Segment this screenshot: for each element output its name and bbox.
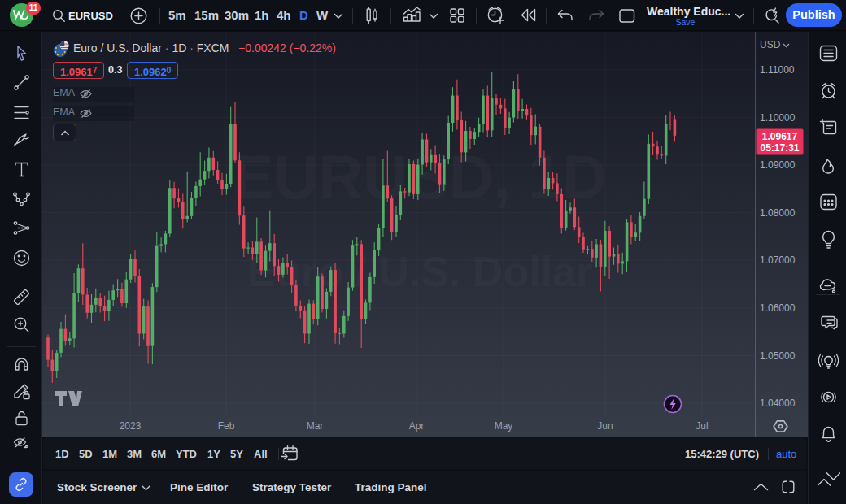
svg-text:1.09000: 1.09000 — [760, 159, 796, 171]
svg-text:1.04000: 1.04000 — [760, 398, 796, 409]
svg-text:1.06000: 1.06000 — [760, 302, 796, 314]
svg-text:EURUSD, 1D: EURUSD, 1D — [233, 142, 607, 211]
svg-text:05:17:31: 05:17:31 — [760, 142, 799, 154]
svg-text:Mar: Mar — [307, 420, 324, 432]
svg-text:Jul: Jul — [696, 420, 708, 432]
svg-text:Jun: Jun — [597, 420, 613, 432]
svg-text:Feb: Feb — [218, 420, 235, 432]
svg-text:1.05000: 1.05000 — [760, 350, 796, 362]
svg-text:2023: 2023 — [120, 420, 142, 432]
svg-text:1.07000: 1.07000 — [760, 254, 796, 266]
svg-text:Apr: Apr — [409, 420, 425, 432]
svg-text:Euro / U.S. Dollar: Euro / U.S. Dollar — [247, 248, 593, 295]
svg-text:1.08000: 1.08000 — [760, 207, 796, 219]
svg-text:1.10000: 1.10000 — [760, 112, 796, 124]
svg-text:1.11000: 1.11000 — [760, 64, 795, 76]
svg-text:1.09617: 1.09617 — [762, 131, 798, 142]
svg-text:May: May — [495, 420, 513, 432]
svg-text:USD: USD — [760, 39, 781, 50]
